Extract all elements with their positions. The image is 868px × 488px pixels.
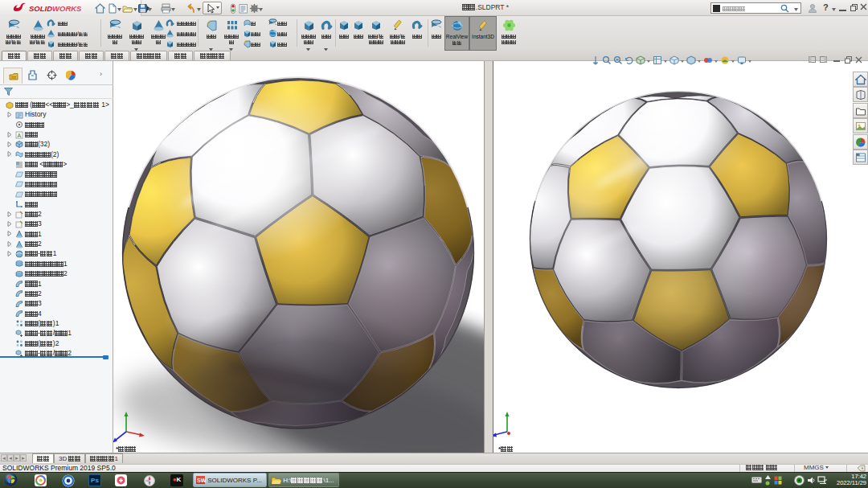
- svg-text:SW: SW: [197, 478, 206, 483]
- svg-text:A: A: [18, 133, 22, 138]
- svg-text:SOLIDWORKS: SOLIDWORKS: [29, 4, 82, 13]
